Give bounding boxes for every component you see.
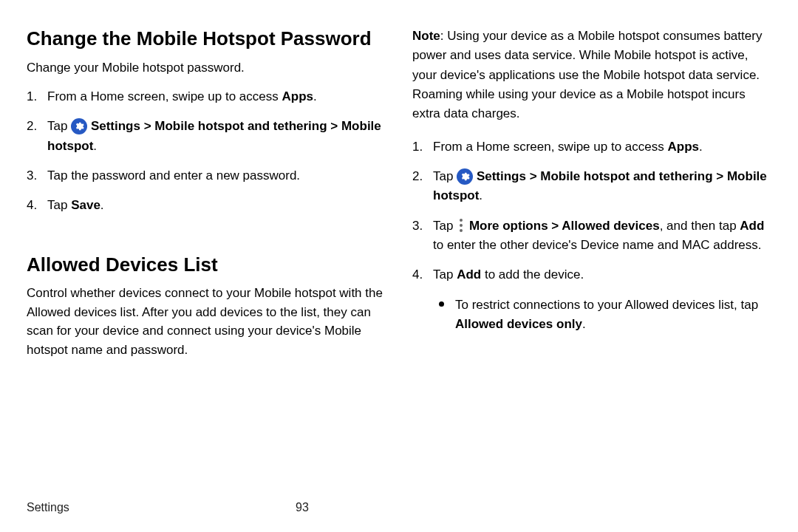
step-text: , and then tap <box>660 219 740 233</box>
settings-gear-icon <box>71 118 87 134</box>
step-4: Tap Add to add the device. To restrict c… <box>412 265 771 334</box>
left-column: Change the Mobile Hotspot Password Chang… <box>27 27 386 485</box>
note-paragraph: Note: Using your device as a Mobile hots… <box>412 27 771 124</box>
steps-allowed-devices: From a Home screen, swipe up to access A… <box>412 137 771 345</box>
settings-label: Settings <box>91 119 140 133</box>
save-label: Save <box>71 198 100 212</box>
note-label: Note <box>412 29 440 43</box>
add-label: Add <box>740 219 764 233</box>
step-text: Tap <box>433 267 457 282</box>
sep: > <box>140 119 154 133</box>
step-text: From a Home screen, swipe up to access <box>47 89 282 103</box>
hotspot-tethering-label: Mobile hotspot and tethering <box>540 169 712 183</box>
sub-bullets: To restrict connections to your Allowed … <box>433 296 771 335</box>
settings-label: Settings <box>477 169 526 183</box>
step-text: . <box>479 188 482 202</box>
step-3: Tap More options > Allowed devices, and … <box>412 216 771 256</box>
sep: > <box>526 169 540 183</box>
step-2: Tap Settings > Mobile hotspot and tether… <box>412 167 771 206</box>
note-body: : Using your device as a Mobile hotspot … <box>412 29 762 120</box>
apps-label: Apps <box>667 140 699 154</box>
intro-allowed-devices: Control whether devices connect to your … <box>27 284 386 359</box>
apps-label: Apps <box>282 89 313 103</box>
bullet-text: To restrict connections to your Allowed … <box>455 298 758 312</box>
step-4: Tap Save. <box>27 196 386 215</box>
settings-gear-icon <box>457 168 473 185</box>
sep: > <box>327 119 341 133</box>
step-1: From a Home screen, swipe up to access A… <box>412 137 771 157</box>
allowed-devices-label: Allowed devices <box>562 219 659 233</box>
heading-allowed-devices: Allowed Devices List <box>27 253 386 277</box>
page-number: 93 <box>296 501 309 514</box>
sep: > <box>713 169 727 183</box>
sep: > <box>548 219 562 233</box>
step-text: Tap <box>433 169 457 183</box>
two-column-layout: Change the Mobile Hotspot Password Chang… <box>27 27 771 485</box>
intro-change-password: Change your Mobile hotspot password. <box>27 58 386 78</box>
step-text: Tap the password and enter a new passwor… <box>47 168 300 183</box>
step-2: Tap Settings > Mobile hotspot and tether… <box>27 117 386 156</box>
step-text: . <box>100 198 104 212</box>
heading-change-password: Change the Mobile Hotspot Password <box>27 27 386 51</box>
page-footer: Settings 93 <box>27 501 771 514</box>
more-options-label: More options <box>469 219 548 233</box>
right-column: Note: Using your device as a Mobile hots… <box>412 27 771 485</box>
allowed-only-label: Allowed devices only <box>455 317 582 331</box>
bullet-text: . <box>582 317 586 331</box>
sub-bullet: To restrict connections to your Allowed … <box>439 296 771 335</box>
more-options-icon <box>458 219 464 232</box>
step-text: . <box>93 139 97 153</box>
step-text: to enter the other device's Device name … <box>433 238 762 252</box>
step-text: Tap <box>433 219 457 233</box>
step-text: Tap <box>47 119 71 133</box>
step-text: . <box>313 89 317 103</box>
step-text: . <box>699 140 703 154</box>
hotspot-tethering-label: Mobile hotspot and tethering <box>154 119 327 133</box>
step-text: Tap <box>47 198 71 212</box>
add-label: Add <box>457 267 481 282</box>
steps-change-password: From a Home screen, swipe up to access A… <box>27 87 386 226</box>
step-text: From a Home screen, swipe up to access <box>433 140 667 154</box>
step-text: to add the device. <box>481 267 584 282</box>
step-3: Tap the password and enter a new passwor… <box>27 166 386 185</box>
step-1: From a Home screen, swipe up to access A… <box>27 87 386 106</box>
footer-section: Settings <box>27 501 69 514</box>
